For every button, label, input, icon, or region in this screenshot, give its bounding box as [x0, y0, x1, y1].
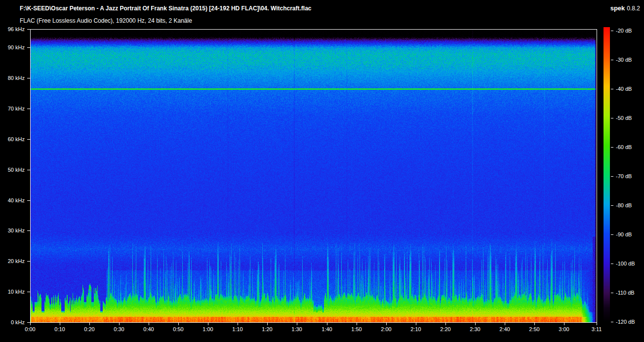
time-tick-label: 0:00 [19, 326, 41, 332]
spek-window: { "header": { "file_path": "F:\\K-SEED\\… [0, 0, 644, 342]
app-name: spek [610, 4, 625, 12]
freq-tick [27, 261, 30, 262]
db-tick [611, 234, 613, 235]
freq-tick-label: 60 kHz [0, 136, 25, 142]
freq-tick-label: 10 kHz [0, 289, 25, 295]
time-tick [564, 323, 564, 325]
time-tick [327, 323, 327, 325]
db-tick-label: -100 dB [616, 261, 635, 266]
time-tick [60, 323, 60, 325]
time-tick-label: 0:50 [167, 326, 190, 332]
db-tick-label: -20 dB [616, 28, 632, 34]
time-tick-label: 1:10 [226, 326, 249, 332]
freq-tick-label: 80 kHz [0, 75, 25, 81]
time-tick-label: 1:20 [256, 326, 279, 332]
db-tick-label: -50 dB [616, 115, 632, 121]
freq-tick [27, 230, 30, 231]
time-tick-label: 2:10 [404, 326, 427, 332]
time-tick [238, 323, 238, 325]
db-tick [611, 176, 613, 177]
db-tick [611, 60, 613, 60]
db-tick-label: -70 dB [616, 173, 632, 179]
time-tick [445, 323, 446, 325]
db-tick [611, 322, 613, 322]
time-tick-label: 0:10 [48, 326, 71, 332]
freq-tick-label: 96 kHz [0, 26, 25, 32]
freq-tick [27, 47, 30, 48]
app-brand: spek0.8.2 [610, 4, 640, 12]
time-tick-label: 0:20 [78, 326, 101, 332]
db-tick-label: -110 dB [616, 290, 635, 296]
freq-tick-label: 40 kHz [0, 197, 25, 203]
time-tick-label: 1:00 [197, 326, 219, 332]
legend-colorbar [604, 27, 610, 323]
time-tick-label: 2:20 [434, 326, 457, 332]
freq-tick-label: 70 kHz [0, 106, 25, 112]
time-tick [386, 323, 387, 325]
time-tick [267, 323, 268, 325]
time-tick [30, 323, 31, 325]
db-tick [611, 31, 613, 31]
db-tick-label: -30 dB [616, 57, 632, 63]
time-tick [297, 323, 297, 325]
freq-tick-label: 90 kHz [0, 44, 25, 50]
time-tick-label: 3:11 [585, 326, 608, 332]
freq-tick [27, 170, 30, 170]
db-tick [611, 89, 613, 89]
db-tick-label: -40 dB [616, 86, 632, 92]
db-tick [611, 264, 613, 264]
freq-tick-label: 0 kHz [0, 319, 25, 325]
freq-tick [27, 109, 30, 109]
time-tick [149, 323, 149, 325]
freq-tick [27, 292, 30, 292]
time-tick [505, 323, 505, 325]
time-tick [178, 323, 179, 325]
freq-tick-label: 50 kHz [0, 167, 25, 173]
time-tick [89, 323, 90, 325]
freq-tick [27, 78, 30, 78]
app-version: 0.8.2 [627, 5, 640, 12]
time-tick [475, 323, 476, 325]
freq-tick-label: 20 kHz [0, 258, 25, 264]
db-tick-label: -80 dB [616, 202, 632, 208]
file-path-title: F:\K-SEED\Oscar Peterson - A Jazz Portra… [20, 5, 312, 12]
freq-tick [27, 200, 30, 201]
time-tick-label: 2:00 [375, 326, 398, 332]
db-tick-label: -90 dB [616, 231, 632, 237]
time-tick-label: 1:30 [285, 326, 308, 332]
time-tick-label: 2:30 [464, 326, 486, 332]
time-tick [597, 323, 597, 325]
time-tick [208, 323, 208, 325]
spectrogram-frame [30, 29, 597, 323]
time-tick [534, 323, 535, 325]
freq-tick [27, 139, 30, 140]
time-tick-label: 2:50 [523, 326, 546, 332]
time-tick [119, 323, 120, 325]
spectrogram-canvas [31, 30, 597, 322]
freq-tick-label: 30 kHz [0, 228, 25, 233]
db-tick-label: -120 dB [616, 319, 635, 325]
time-tick-label: 1:50 [345, 326, 368, 332]
db-tick [611, 293, 613, 293]
time-tick-label: 0:40 [137, 326, 160, 332]
file-info-subtitle: FLAC (Free Lossless Audio Codec), 192000… [20, 17, 192, 24]
db-tick-label: -60 dB [616, 144, 632, 150]
time-tick-label: 1:40 [316, 326, 338, 332]
time-tick [357, 323, 357, 325]
time-tick-label: 3:00 [553, 326, 575, 332]
db-tick [611, 205, 613, 206]
time-tick-label: 0:30 [108, 326, 130, 332]
db-tick [611, 147, 613, 148]
time-tick [416, 323, 416, 325]
freq-tick [27, 29, 30, 30]
db-tick [611, 118, 613, 118]
time-tick-label: 2:40 [493, 326, 516, 332]
